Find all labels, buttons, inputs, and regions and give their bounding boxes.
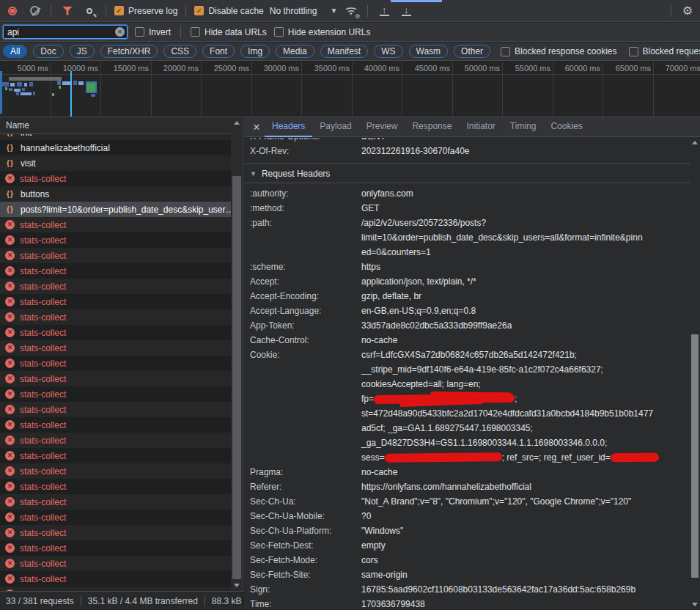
record-button[interactable]: [4, 4, 21, 18]
request-row[interactable]: {}visit: [0, 155, 231, 171]
timeline-tick-label: 50000 ms: [450, 64, 500, 73]
hide-data-urls-label: Hide data URLs: [205, 27, 267, 37]
header-name: Cache-Control:: [244, 333, 361, 348]
flag-checkbox-blocked-response-cookies[interactable]: Blocked response cookies: [501, 46, 616, 56]
name-column-header[interactable]: Name: [0, 117, 231, 134]
preserve-log-checkbox[interactable]: ✓ Preserve log: [114, 6, 177, 16]
type-pill-font[interactable]: Font: [202, 45, 235, 58]
type-pill-other[interactable]: Other: [454, 45, 490, 58]
request-name: stats-collect: [20, 282, 231, 292]
request-name: stats-collect: [20, 389, 231, 400]
request-row[interactable]: ✕stats-collect: [0, 386, 231, 402]
request-row[interactable]: ✕stats-collect: [0, 479, 231, 494]
filter-input[interactable]: [3, 25, 128, 39]
header-value-text: ; ref_src=; reg_ref_user_id=: [502, 452, 611, 463]
request-row[interactable]: {}posts?limit=10&order=publish_date_desc…: [0, 202, 231, 217]
request-row[interactable]: ✕stats-collect: [0, 448, 231, 463]
type-pill-fetch-xhr[interactable]: Fetch/XHR: [100, 45, 158, 58]
header-name: Sec-Ch-Ua:: [244, 494, 361, 509]
scroll-down-icon[interactable]: [692, 603, 698, 606]
request-row[interactable]: ✕stats-collect: [0, 263, 231, 279]
request-row[interactable]: ✕stats-collect: [0, 540, 231, 556]
request-row[interactable]: ✕stats-collect: [0, 463, 231, 479]
request-row[interactable]: ✕stats-collect: [0, 248, 231, 263]
tab-timing[interactable]: Timing: [503, 117, 544, 137]
request-row[interactable]: ✕stats-collect: [0, 371, 231, 386]
request-row[interactable]: {}buttons: [0, 186, 231, 202]
tab-initiator[interactable]: Initiator: [459, 117, 502, 137]
request-row[interactable]: ✕stats-collect: [0, 525, 231, 540]
scroll-down-icon[interactable]: [234, 584, 240, 587]
header-row: Accept:application/json, text/plain, */*: [244, 274, 690, 289]
tab-preview[interactable]: Preview: [359, 117, 405, 137]
detail-tab-bar: ✕ HeadersPayloadPreviewResponseInitiator…: [244, 117, 700, 137]
scrollbar-thumb[interactable]: [691, 334, 699, 578]
invert-checkbox[interactable]: Invert: [135, 27, 171, 37]
type-pill-all[interactable]: All: [3, 45, 27, 58]
tab-response[interactable]: Response: [405, 117, 459, 137]
tab-payload[interactable]: Payload: [312, 117, 358, 137]
type-pill-manifest[interactable]: Manifest: [320, 45, 368, 58]
request-row[interactable]: ✕stats-collect: [0, 433, 231, 448]
filter-button[interactable]: [59, 4, 75, 18]
detail-scrollbar[interactable]: [690, 137, 700, 610]
type-pill-doc[interactable]: Doc: [33, 45, 63, 58]
scrollbar-thumb[interactable]: [232, 176, 241, 579]
request-row[interactable]: ✕stats-collect: [0, 556, 231, 571]
flag-checkbox-blocked-requests[interactable]: Blocked requests: [629, 46, 700, 56]
request-row[interactable]: ✕stats-collect: [0, 494, 231, 510]
clear-filter-icon[interactable]: ×: [115, 27, 125, 37]
tab-headers[interactable]: Headers: [265, 117, 312, 137]
request-list-scrollbar[interactable]: [231, 117, 243, 591]
hide-extension-urls-checkbox[interactable]: Hide extension URLs: [274, 27, 371, 37]
request-row[interactable]: ✕stats-collect: [0, 171, 231, 186]
request-row[interactable]: ✕stats-collect: [0, 402, 231, 417]
network-conditions-button[interactable]: ⚙: [343, 4, 359, 18]
request-row[interactable]: {}init: [0, 134, 231, 140]
type-pill-img[interactable]: Img: [240, 45, 270, 58]
clear-button[interactable]: [26, 4, 43, 18]
request-row[interactable]: ✕stats-collect: [0, 571, 231, 587]
request-failed-icon: ✕: [5, 528, 15, 537]
request-row[interactable]: ✕stats-collect: [0, 217, 231, 232]
request-row[interactable]: ✕stats-collect: [0, 417, 231, 433]
search-icon: [86, 8, 92, 14]
search-button[interactable]: [81, 4, 97, 18]
request-row[interactable]: ✕stats-collect: [0, 294, 231, 309]
throttling-select[interactable]: No throttling ▼: [270, 6, 338, 16]
close-details-button[interactable]: ✕: [248, 122, 265, 133]
disable-cache-label: Disable cache: [208, 6, 263, 16]
request-row[interactable]: ✕stats-collect: [0, 232, 231, 248]
scroll-up-icon[interactable]: [692, 141, 698, 144]
devtools-network-panel: ✓ Preserve log ✓ Disable cache No thrott…: [0, 0, 700, 610]
scroll-up-icon[interactable]: [234, 121, 240, 125]
type-pill-js[interactable]: JS: [70, 45, 95, 58]
upload-icon: ↑: [380, 6, 389, 16]
request-row[interactable]: ✕stats-collect: [0, 309, 231, 325]
settings-button[interactable]: ⚙: [679, 4, 696, 18]
header-name: :authority:: [244, 186, 361, 201]
type-pill-media[interactable]: Media: [276, 45, 314, 58]
request-row[interactable]: ✕stats-collect: [0, 279, 231, 294]
export-har-button[interactable]: ↓: [398, 4, 414, 18]
type-pill-wasm[interactable]: Wasm: [409, 45, 449, 58]
waterfall-mark: [78, 81, 84, 85]
request-headers-list: :authority:onlyfans.com:method:GET:path:…: [244, 183, 690, 610]
timeline-overview[interactable]: 5000 ms10000 ms15000 ms20000 ms25000 ms3…: [0, 62, 700, 117]
redaction-scribble: [611, 453, 659, 463]
import-har-button[interactable]: ↑: [376, 4, 392, 18]
request-row[interactable]: ✕stats-collect: [0, 356, 231, 371]
disable-cache-checkbox[interactable]: ✓ Disable cache: [194, 6, 263, 16]
request-failed-icon: ✕: [5, 266, 15, 276]
request-row[interactable]: ✕stats-collect: [0, 325, 231, 340]
request-row[interactable]: ✕stats-collect: [0, 510, 231, 525]
requests-count: 33 / 381 requests: [6, 596, 74, 606]
request-headers-section-toggle[interactable]: ▼ Request Headers: [244, 164, 690, 183]
hide-data-urls-checkbox[interactable]: Hide data URLs: [191, 27, 267, 37]
type-pill-css[interactable]: CSS: [163, 45, 196, 58]
tab-cookies[interactable]: Cookies: [543, 117, 589, 137]
request-row[interactable]: {}hannahelizabethofficial: [0, 140, 231, 155]
header-value: "Windows": [361, 523, 690, 538]
type-pill-ws[interactable]: WS: [374, 45, 402, 58]
request-row[interactable]: ✕stats-collect: [0, 340, 231, 356]
